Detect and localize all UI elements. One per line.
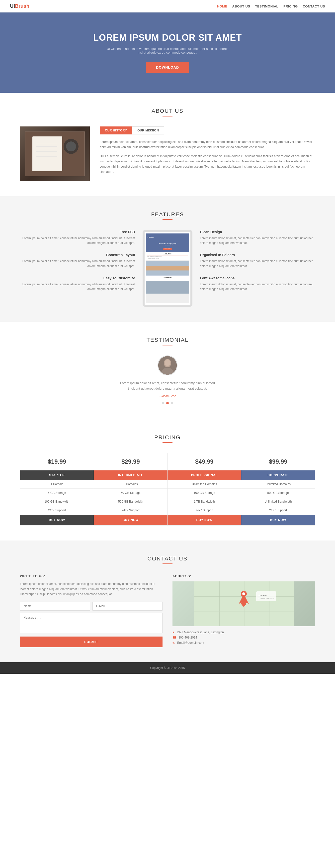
svg-rect-27 [256,591,276,601]
testimonial-dots [20,402,315,404]
plan-starter-btn[interactable]: BUY NOW [20,515,94,525]
feature-clean-title: Clean Design [200,230,315,234]
about-title: ABOUT US [20,108,315,114]
submit-button[interactable]: SUBMIT [20,637,163,647]
svg-text:Brooklyn: Brooklyn [259,594,266,596]
svg-point-26 [242,592,245,595]
plan-intermediate-btn[interactable]: BUY NOW [94,515,168,525]
features-device: ■ UiBrush We Provide Free High Quality T… [142,230,193,307]
hero-section: LOREM IPSUM DOLOR SIT AMET Ut wisi enim … [0,12,335,93]
features-title: FEATURES [20,211,315,218]
map-placeholder: Brooklyn Children's Museum [172,581,315,626]
nav-about[interactable]: ABOUT US [232,4,250,8]
svg-text:Children's Museum: Children's Museum [259,597,274,599]
plan-corporate: $99.99 CORPORATE Unlimited Domains 500 G… [241,453,315,525]
contact-section: CONTACT US WRITE TO US: Lorem ipsum dolo… [0,540,335,662]
nav-home[interactable]: HOME [217,4,227,9]
about-text-block: OUR HISTORY OUR MISSION Lorem ipsum dolo… [100,126,315,178]
contact-title: CONTACT US [20,555,315,562]
features-right: Clean Design Lorem ipsum dolor sit amet,… [200,230,315,299]
about-image [20,126,90,181]
contact-grid: WRITE TO US: Lorem ipsum dolor sit amet,… [20,574,315,647]
plan-professional-name: PROFESSIONAL [168,470,241,480]
plan-intermediate-feature-3: 24x7 Support [94,506,168,515]
dot-1[interactable] [162,402,164,404]
feature-free-psd: Free PSD Lorem ipsum dolor sit amet, con… [20,230,135,245]
feature-customize-desc: Lorem ipsum dolor sit amet, consectetuer… [20,282,135,291]
nav-links: HOME ABOUT US TESTIMONIAL PRICING CONTAC… [217,4,325,8]
svg-rect-22 [269,581,270,626]
svg-rect-12 [146,266,189,271]
nav-testimonial[interactable]: TESTIMONIAL [255,4,278,8]
svg-rect-23 [194,611,294,612]
device-logo: ■ UiBrush [147,237,154,238]
feature-icons-title: Font Awesome Icons [200,276,315,280]
testimonial-quote: Lorem ipsum dolor sit amet, consectetuer… [118,380,217,391]
device-screen: ■ UiBrush We Provide Free High Quality T… [146,234,189,303]
plan-corporate-feature-3: 24x7 Support [241,506,315,515]
device-team: OUR TEAM [146,276,189,281]
feature-folders-desc: Lorem ipsum dolor sit amet, consectetuer… [200,259,315,268]
feature-folders-title: Organised In Folders [200,253,315,257]
about-paragraph-2: Duis autem vel eum iriure dolor in hendr… [100,154,315,175]
svg-point-17 [165,360,170,366]
svg-point-10 [66,142,76,151]
plan-starter-name: STARTER [20,470,94,480]
device-mockup: ■ UiBrush We Provide Free High Quality T… [142,230,193,307]
plan-corporate-btn[interactable]: BUY NOW [241,515,315,525]
location-icon: ● [172,630,174,634]
email-line: ✉ Email@domain.com [172,641,315,645]
nav-pricing[interactable]: PRICING [283,4,298,8]
contact-address-area: ADDRESS: Brooklyn Children's Museum [172,574,315,647]
pricing-grid: $19.99 STARTER 1 Domain 5 GB Storage 100… [20,453,315,526]
feature-bootstrap-desc: Lorem ipsum dolor sit amet, consectetuer… [20,259,135,268]
avatar-image [158,355,177,375]
dot-3[interactable] [171,402,173,404]
message-input[interactable] [20,613,163,633]
phone-icon: ☎ [172,636,176,639]
feature-folders: Organised In Folders Lorem ipsum dolor s… [200,253,315,268]
plan-starter-price: $19.99 [20,453,94,470]
about-underline [163,116,172,117]
testimonial-underline [163,345,172,345]
download-button[interactable]: DOWNLOAD [146,62,189,73]
plan-corporate-name: CORPORATE [241,470,315,480]
tab-mission[interactable]: OUR MISSION [132,126,164,134]
pricing-section: PRICING $19.99 STARTER 1 Domain 5 GB Sto… [0,419,335,540]
feature-customize: Easy To Customize Lorem ipsum dolor sit … [20,276,135,291]
plan-professional: $49.99 PROFESSIONAL Unlimited Domains 10… [168,453,241,525]
features-underline [163,219,172,220]
device-top-bar: ■ UiBrush [146,234,189,241]
feature-clean: Clean Design Lorem ipsum dolor sit amet,… [200,230,315,245]
navbar: UIBrush HOME ABOUT US TESTIMONIAL PRICIN… [0,0,335,12]
device-hero: We Provide Free High Quality TEMPLATES D… [146,241,189,252]
pricing-underline [163,442,172,443]
svg-rect-1 [32,136,62,172]
feature-free-psd-title: Free PSD [20,230,135,234]
plan-professional-btn[interactable]: BUY NOW [168,515,241,525]
plan-starter-feature-3: 24x7 Support [20,506,94,515]
plan-intermediate-feature-1: 50 GB Storage [94,489,168,497]
plan-corporate-feature-2: Unlimited Bandwidth [241,497,315,506]
email-input[interactable] [93,601,163,611]
feature-free-psd-desc: Lorem ipsum dolor sit amet, consectetuer… [20,236,135,245]
plan-professional-feature-3: 24x7 Support [168,506,241,515]
plan-corporate-price: $99.99 [241,453,315,470]
svg-rect-0 [25,131,85,176]
map-svg: Brooklyn Children's Museum [172,581,315,626]
address-info: ● 1397 Meadowcrest Lane, Lexington ☎ 306… [172,630,315,645]
footer-text: Copyright © UiBrush 2015 [150,666,185,670]
svg-rect-20 [219,581,220,626]
write-label: WRITE TO US: [20,574,163,578]
dot-2[interactable] [166,402,169,404]
name-input[interactable] [20,601,90,611]
plan-professional-feature-2: 1 TB Bandwidth [168,497,241,506]
nav-contact[interactable]: CONTACT US [303,4,325,8]
svg-point-9 [64,139,78,154]
feature-customize-title: Easy To Customize [20,276,135,280]
contact-form-row [20,601,163,611]
features-section: FEATURES Free PSD Lorem ipsum dolor sit … [0,196,335,322]
testimonial-avatar [158,355,177,375]
tab-history[interactable]: OUR HISTORY [100,126,132,134]
write-text: Lorem ipsum dolor sit amet, consectetuer… [20,581,163,597]
